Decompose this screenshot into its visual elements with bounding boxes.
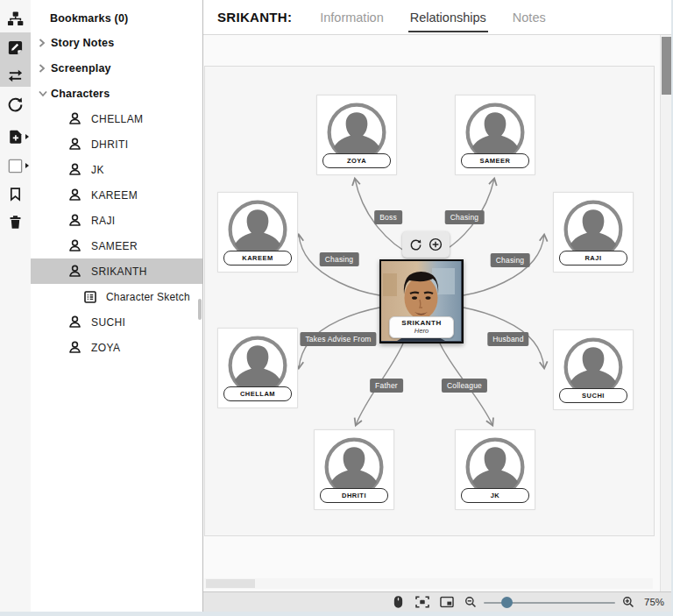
sidebar-item-dhriti[interactable]: DHRITI <box>31 131 202 157</box>
person-icon <box>67 213 82 228</box>
character-node-srikanth-center[interactable]: SRIKANTH Hero <box>379 259 464 343</box>
app-window: Bookmarks (0) Story Notes Screenplay Cha… <box>0 0 671 612</box>
relationship-label[interactable]: Colleague <box>442 379 487 393</box>
character-node-suchi[interactable]: SUCHI <box>553 329 634 410</box>
character-header: SRIKANTH: Information Relationships Note… <box>203 0 671 35</box>
sketch-icon <box>83 290 97 304</box>
person-icon <box>67 315 82 329</box>
zoom-slider-handle[interactable] <box>501 597 513 608</box>
center-node-role: Hero <box>390 327 453 335</box>
character-name: RAJI <box>91 215 116 227</box>
sidebar-item-kareem[interactable]: KAREEM <box>31 182 202 208</box>
relationship-label[interactable]: Chasing <box>445 210 485 224</box>
node-name-label: SUCHI <box>559 388 627 403</box>
sitemap-icon[interactable] <box>0 7 31 30</box>
character-node-chellam[interactable]: CHELLAM <box>217 328 298 408</box>
chevron-down-icon <box>39 90 47 97</box>
character-name: SAMEER <box>91 240 138 252</box>
character-name: DHRITI <box>91 138 128 151</box>
sidebar-item-suchi[interactable]: SUCHI <box>31 309 202 335</box>
person-icon <box>67 162 82 177</box>
person-icon <box>67 238 82 253</box>
sidebar-item-srikanth[interactable]: SRIKANTH <box>31 258 202 284</box>
chevron-right-icon <box>39 64 47 73</box>
sidebar-item-raji[interactable]: RAJI <box>31 208 202 233</box>
character-node-kareem[interactable]: KAREEM <box>217 192 298 273</box>
page-title: SRIKANTH: <box>217 10 292 25</box>
person-icon <box>67 264 82 279</box>
character-name: CHELLAM <box>91 113 143 125</box>
relationship-label[interactable]: Father <box>370 379 403 393</box>
node-mini-toolbar <box>402 231 450 258</box>
person-icon <box>67 340 82 355</box>
sidebar-section-characters[interactable]: Characters <box>31 81 202 106</box>
refresh-icon[interactable] <box>0 93 31 116</box>
character-node-zoya[interactable]: ZOYA <box>316 95 397 175</box>
character-node-jk[interactable]: JK <box>455 429 535 510</box>
node-name-label: JK <box>461 488 529 503</box>
sidebar-item-sameer[interactable]: SAMEER <box>31 233 202 258</box>
node-name-label: RAJI <box>559 251 627 266</box>
character-node-raji[interactable]: RAJI <box>553 192 634 273</box>
section-label: Characters <box>51 88 110 100</box>
fit-view-icon[interactable] <box>415 596 429 608</box>
section-label: Screenplay <box>51 62 111 74</box>
relationship-label[interactable]: Husband <box>487 332 528 346</box>
zoom-in-icon[interactable] <box>622 596 634 608</box>
bookmark-icon[interactable] <box>0 182 31 205</box>
section-label: Story Notes <box>51 37 114 49</box>
node-name-label: KAREEM <box>223 251 292 266</box>
horizontal-scrollbar[interactable] <box>204 578 653 589</box>
aspect-ratio-icon[interactable] <box>440 597 454 608</box>
tab-relationships[interactable]: Relationships <box>408 3 488 32</box>
tab-information[interactable]: Information <box>318 3 386 32</box>
mouse-icon[interactable] <box>393 596 404 609</box>
caret-icon <box>25 163 29 168</box>
node-name-label: ZOYA <box>322 153 391 168</box>
character-name: ZOYA <box>91 342 120 354</box>
relationship-label[interactable]: Chasing <box>320 252 359 266</box>
person-icon <box>67 188 82 202</box>
node-name-label: CHELLAM <box>223 386 292 401</box>
sidebar-scrollbar-thumb[interactable] <box>198 299 202 320</box>
blank-page-icon[interactable] <box>0 154 31 177</box>
character-name: KAREEM <box>91 189 138 202</box>
trash-icon[interactable] <box>0 210 31 233</box>
zoom-out-icon[interactable] <box>464 596 477 608</box>
caret-icon <box>25 134 29 139</box>
relationship-label[interactable]: Takes Advise From <box>300 332 376 346</box>
character-node-sameer[interactable]: SAMEER <box>455 95 535 175</box>
relationship-canvas[interactable]: ZOYA SAMEER KAREEM RAJI CHELLAM <box>204 66 655 536</box>
character-node-dhriti[interactable]: DHRITI <box>314 429 394 510</box>
relationship-label[interactable]: Chasing <box>491 253 530 267</box>
bookmarks-header[interactable]: Bookmarks (0) <box>31 7 202 30</box>
sidebar-item-zoya[interactable]: ZOYA <box>31 335 202 360</box>
sidebar-section-screenplay[interactable]: Screenplay <box>31 55 202 81</box>
center-node-label: SRIKANTH Hero <box>389 316 454 338</box>
node-name-label: DHRITI <box>320 488 388 503</box>
compose-note-icon[interactable] <box>0 36 31 59</box>
character-name: JK <box>91 164 104 176</box>
person-icon <box>67 111 82 126</box>
swap-arrows-icon[interactable] <box>0 64 31 87</box>
character-name: SUCHI <box>91 316 125 329</box>
refresh-relations-icon[interactable] <box>409 238 422 251</box>
person-icon <box>67 137 82 152</box>
add-relation-icon[interactable] <box>429 237 443 251</box>
chevron-right-icon <box>39 39 47 47</box>
vertical-scrollbar[interactable] <box>660 35 671 591</box>
center-node-name: SRIKANTH <box>390 319 453 327</box>
sidebar: Bookmarks (0) Story Notes Screenplay Cha… <box>31 0 203 612</box>
sidebar-item-character-sketch[interactable]: Character Sketch <box>31 284 202 309</box>
sidebar-section-story-notes[interactable]: Story Notes <box>31 30 202 55</box>
node-name-label: SAMEER <box>461 153 529 168</box>
sidebar-item-jk[interactable]: JK <box>31 157 202 182</box>
sidebar-item-chellam[interactable]: CHELLAM <box>31 106 202 131</box>
tab-notes[interactable]: Notes <box>511 3 548 32</box>
zoom-level-value: 75% <box>644 597 664 607</box>
horizontal-scrollbar-thumb[interactable] <box>206 579 255 588</box>
vertical-scrollbar-thumb[interactable] <box>662 37 671 95</box>
add-file-icon[interactable] <box>0 125 31 148</box>
relationship-label[interactable]: Boss <box>374 210 402 224</box>
main-panel: SRIKANTH: Information Relationships Note… <box>203 0 671 612</box>
